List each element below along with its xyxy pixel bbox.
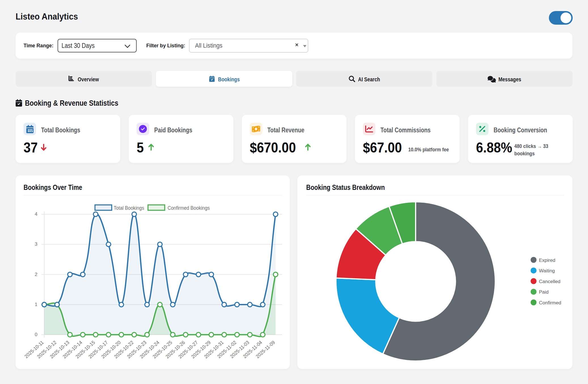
svg-text:4: 4 <box>35 211 37 217</box>
svg-text:1: 1 <box>35 302 37 307</box>
svg-text:Paid: Paid <box>539 289 549 295</box>
svg-text:2: 2 <box>35 272 37 277</box>
svg-text:Confirmed Bookings: Confirmed Bookings <box>168 205 210 211</box>
svg-text:Cancelled: Cancelled <box>539 279 560 284</box>
svg-text:Total Bookings: Total Bookings <box>114 205 144 211</box>
svg-text:Confirmed: Confirmed <box>539 300 561 305</box>
svg-text:3: 3 <box>35 241 37 247</box>
svg-text:Expired: Expired <box>539 258 555 263</box>
svg-text:Waiting: Waiting <box>539 268 555 273</box>
svg-text:0: 0 <box>35 332 37 337</box>
